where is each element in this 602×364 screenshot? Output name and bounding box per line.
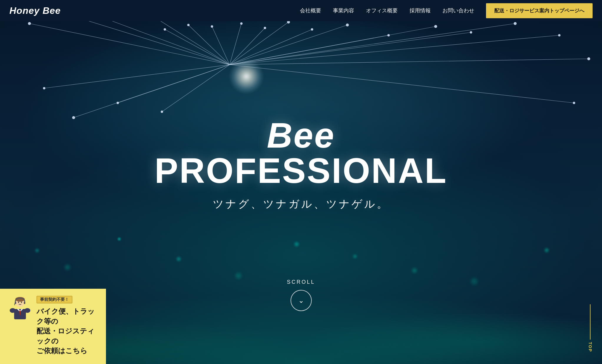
promo-avatar	[8, 296, 32, 319]
svg-point-56	[10, 308, 16, 313]
hero-section: Bee PROFESSIONAL ツナグ、ツナガル、ツナゲル。 SCROLL ⌄	[0, 0, 602, 364]
promo-text: バイク便、トラック等の配送・ロジスティックのご依頼はこちら	[37, 306, 98, 356]
nav-item-office[interactable]: オフィス概要	[366, 7, 398, 14]
nav-item-business[interactable]: 事業内容	[333, 7, 354, 14]
promo-badge: 事前契約不要！	[37, 296, 72, 303]
site-logo[interactable]: Honey Bee	[9, 5, 61, 16]
cta-button[interactable]: 配送・ロジサービス案内トップページへ	[486, 3, 593, 18]
top-line	[590, 304, 591, 340]
main-nav: 会社概要 事業内容 オフィス概要 採用情報 お問い合わせ 配送・ロジサービス案内…	[300, 3, 593, 18]
scroll-chevron-icon: ⌄	[298, 296, 304, 305]
hero-title-bee: Bee	[267, 116, 335, 155]
nav-item-company[interactable]: 会社概要	[300, 7, 321, 14]
promo-content: 事前契約不要！ バイク便、トラック等の配送・ロジスティックのご依頼はこちら	[37, 296, 98, 356]
hero-title-pro: PROFESSIONAL	[155, 151, 447, 190]
hero-title: Bee PROFESSIONAL	[150, 118, 452, 188]
top-indicator[interactable]: TOP	[588, 304, 593, 352]
svg-point-57	[24, 308, 30, 313]
svg-point-49	[18, 302, 19, 303]
nav-item-recruit[interactable]: 採用情報	[409, 7, 431, 14]
scroll-circle[interactable]: ⌄	[291, 290, 312, 311]
svg-point-50	[21, 302, 22, 303]
light-burst	[229, 59, 264, 94]
nav-item-contact[interactable]: お問い合わせ	[442, 7, 474, 14]
promo-card[interactable]: 事前契約不要！ バイク便、トラック等の配送・ロジスティックのご依頼はこちら	[0, 289, 106, 364]
header: Honey Bee 会社概要 事業内容 オフィス概要 採用情報 お問い合わせ 配…	[0, 0, 602, 21]
scroll-label: SCROLL	[287, 279, 315, 285]
hero-subtitle: ツナグ、ツナガル、ツナゲル。	[150, 197, 452, 211]
top-label: TOP	[588, 342, 593, 352]
hero-content: Bee PROFESSIONAL ツナグ、ツナガル、ツナゲル。	[150, 118, 452, 211]
svg-rect-52	[24, 302, 25, 304]
scroll-indicator[interactable]: SCROLL ⌄	[287, 279, 315, 311]
